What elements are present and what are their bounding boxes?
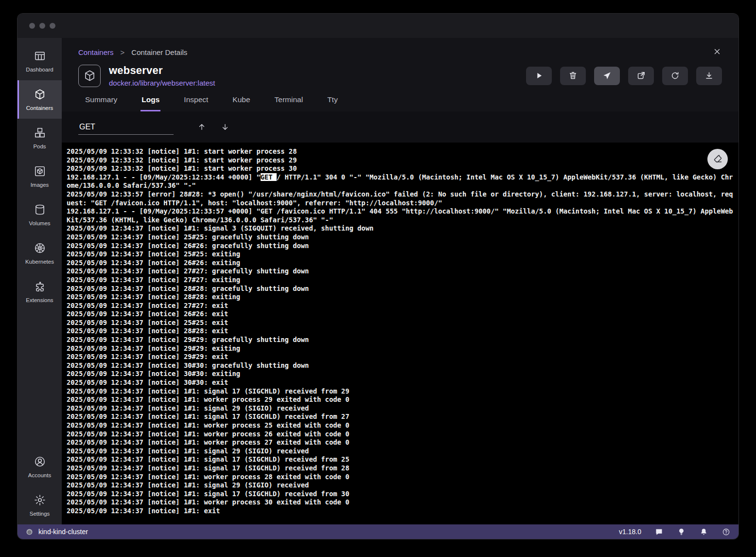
sidebar-item-label: Settings (30, 511, 50, 517)
eraser-icon (713, 154, 723, 164)
tab-tty[interactable]: Tty (326, 95, 339, 111)
sidebar: Dashboard Containers Pods Images Volumes… (18, 38, 62, 524)
export-container-button[interactable] (696, 67, 722, 85)
trash-icon (568, 71, 578, 80)
sidebar-item-label: Accounts (28, 472, 51, 478)
breadcrumb: Containers > Container Details (78, 45, 722, 59)
deploy-to-kubernetes-button[interactable] (594, 67, 620, 85)
log-line: 2025/05/09 12:34:37 [notice] 29#29: exit (67, 353, 735, 361)
log-line: 2025/05/09 12:34:37 [notice] 29#29: grac… (67, 336, 735, 344)
log-line: 2025/05/09 12:34:37 [notice] 26#26: exit… (67, 259, 735, 268)
log-line: 2025/05/09 12:34:37 [notice] 1#1: worker… (67, 395, 735, 404)
sidebar-item-pods[interactable]: Pods (18, 119, 62, 157)
log-line: 2025/05/09 12:33:32 [notice] 1#1: start … (67, 147, 735, 156)
version-label[interactable]: v1.18.0 (619, 528, 641, 536)
volumes-icon (34, 203, 46, 217)
log-line: 2025/05/09 12:34:37 [notice] 30#30: exit (67, 378, 735, 387)
window-minimize-dot[interactable] (39, 23, 45, 29)
log-line: 2025/05/09 12:34:37 [notice] 1#1: signal… (67, 464, 735, 473)
log-line: 2025/05/09 12:34:37 [notice] 27#27: exit (67, 302, 735, 310)
log-line: 2025/05/09 12:34:37 [notice] 27#27: exit… (67, 276, 735, 285)
help-icon (722, 528, 730, 536)
sidebar-item-dashboard[interactable]: Dashboard (18, 42, 62, 80)
accounts-icon (34, 455, 46, 469)
tab-label: Summary (85, 95, 117, 104)
log-search-toolbar (62, 111, 738, 143)
log-line: 2025/05/09 12:34:37 [notice] 26#26: exit (67, 310, 735, 319)
open-external-icon (636, 71, 646, 80)
notifications-button[interactable] (699, 527, 708, 537)
close-details-button[interactable] (710, 45, 724, 58)
log-line: 2025/05/09 12:34:37 [notice] 25#25: grac… (67, 233, 735, 242)
detail-tabs: Summary Logs Inspect Kube Terminal Tty (78, 95, 722, 111)
sidebar-item-label: Images (31, 182, 49, 188)
sidebar-item-label: Containers (26, 105, 53, 111)
log-line: 2025/05/09 12:34:37 [notice] 1#1: worker… (67, 473, 735, 482)
close-icon (713, 47, 721, 56)
log-line: 2025/05/09 12:34:37 [notice] 1#1: signal… (67, 387, 735, 396)
app-window: Dashboard Containers Pods Images Volumes… (18, 14, 738, 539)
sidebar-item-label: Dashboard (26, 67, 53, 72)
breadcrumb-containers-link[interactable]: Containers (78, 48, 114, 56)
chat-icon (655, 528, 663, 536)
open-browser-button[interactable] (628, 67, 654, 85)
log-line: 2025/05/09 12:34:37 [notice] 28#28: exit… (67, 293, 735, 302)
log-line: 2025/05/09 12:34:37 [notice] 29#29: exit… (67, 344, 735, 353)
log-text: 192.168.127.1 - - [09/May/2025:12:33:44 … (67, 173, 261, 181)
search-prev-button[interactable] (194, 119, 210, 135)
breadcrumb-current: Container Details (131, 48, 187, 56)
search-next-button[interactable] (217, 119, 233, 135)
sidebar-item-label: Kubernetes (25, 259, 54, 265)
log-search-input[interactable] (78, 120, 174, 135)
sidebar-item-accounts[interactable]: Accounts (18, 448, 62, 486)
log-line: 2025/05/09 12:33:32 [notice] 1#1: start … (67, 164, 735, 173)
log-line: 2025/05/09 12:34:37 [notice] 26#26: grac… (67, 242, 735, 251)
container-title-row: webserver docker.io/library/webserver:la… (78, 64, 722, 87)
clear-logs-button[interactable] (707, 149, 728, 169)
sidebar-item-settings[interactable]: Settings (18, 486, 62, 524)
log-line: 2025/05/09 12:34:37 [notice] 1#1: signal… (67, 413, 735, 421)
log-line: 2025/05/09 12:34:37 [notice] 1#1: worker… (67, 430, 735, 439)
log-line: 2025/05/09 12:34:37 [notice] 1#1: worker… (67, 498, 735, 507)
log-line: 2025/05/09 12:34:37 [notice] 1#1: worker… (67, 438, 735, 447)
log-line: 2025/05/09 12:34:37 [notice] 25#25: exit (67, 319, 735, 327)
tab-label: Terminal (275, 95, 303, 104)
rocket-icon (602, 71, 612, 80)
delete-container-button[interactable] (560, 67, 586, 85)
dashboard-icon (34, 50, 46, 63)
log-line: 2025/05/09 12:33:57 [error] 28#28: *3 op… (67, 190, 735, 207)
start-container-button[interactable] (526, 67, 552, 85)
traffic-light-buttons[interactable] (29, 23, 55, 29)
log-line: 2025/05/09 12:33:32 [notice] 1#1: start … (67, 156, 735, 165)
restart-icon (670, 71, 680, 80)
tab-inspect[interactable]: Inspect (183, 95, 209, 111)
tab-terminal[interactable]: Terminal (274, 95, 304, 111)
sidebar-item-extensions[interactable]: Extensions (18, 272, 62, 311)
window-close-dot[interactable] (29, 23, 35, 29)
log-line: 2025/05/09 12:34:37 [notice] 30#30: grac… (67, 361, 735, 370)
sidebar-spacer (18, 311, 62, 448)
tab-kube[interactable]: Kube (231, 95, 251, 111)
log-line: 2025/05/09 12:34:37 [notice] 1#1: signal… (67, 224, 735, 233)
sidebar-item-volumes[interactable]: Volumes (18, 196, 62, 234)
sidebar-item-kubernetes[interactable]: Kubernetes (18, 234, 62, 272)
container-image-link[interactable]: docker.io/library/webserver:latest (109, 79, 215, 87)
log-line: 2025/05/09 12:34:37 [notice] 1#1: signal… (67, 404, 735, 413)
content-area: Containers > Container Details webserver… (62, 38, 738, 524)
statusbar-right: v1.18.0 (619, 527, 731, 537)
tab-summary[interactable]: Summary (84, 95, 118, 111)
sidebar-item-images[interactable]: Images (18, 157, 62, 196)
sidebar-item-label: Extensions (26, 297, 53, 303)
tips-button[interactable] (676, 527, 686, 537)
restart-container-button[interactable] (662, 67, 688, 85)
arrow-up-icon (197, 123, 206, 131)
window-zoom-dot[interactable] (50, 23, 55, 29)
main-layout: Dashboard Containers Pods Images Volumes… (18, 38, 738, 524)
log-viewer[interactable]: 2025/05/09 12:33:32 [notice] 1#1: start … (62, 143, 738, 524)
sidebar-item-label: Volumes (29, 220, 50, 226)
help-button[interactable] (721, 527, 731, 537)
cluster-status-item[interactable]: kind-kind-cluster (25, 528, 88, 536)
sidebar-item-containers[interactable]: Containers (18, 80, 62, 119)
feedback-button[interactable] (654, 527, 664, 537)
tab-logs[interactable]: Logs (141, 95, 160, 111)
